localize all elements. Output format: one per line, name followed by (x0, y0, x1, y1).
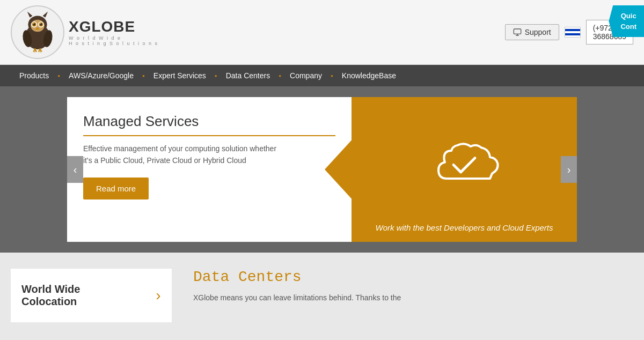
svg-point-8 (33, 23, 34, 24)
support-label: Support (525, 28, 551, 36)
svg-rect-22 (514, 29, 521, 34)
svg-marker-3 (43, 12, 48, 18)
cloud-icon-wrap (421, 134, 507, 200)
data-centers-description: XGlobe means you can leave limitations b… (193, 292, 633, 304)
nav-item-expert[interactable]: Expert Services (145, 65, 215, 86)
slider-section: ‹ Managed Services Effective management … (0, 86, 644, 253)
lower-section: World Wide Colocation › Data Centers XGl… (0, 253, 644, 338)
nav-item-company[interactable]: Company (281, 65, 331, 86)
read-more-button[interactable]: Read more (83, 178, 149, 199)
logo-brand: XGLOBE (69, 18, 158, 35)
header: XGLOBE W o r l d W i d e H o s t i n g S… (0, 0, 644, 65)
slider-container: Managed Services Effective management of… (67, 97, 577, 242)
logo-text: XGLOBE W o r l d W i d e H o s t i n g S… (69, 18, 158, 46)
svg-point-12 (40, 23, 41, 24)
logo-subtitle-line2: H o s t i n g S o l u t i o n s (69, 41, 158, 46)
colocation-title: World Wide Colocation (11, 269, 145, 322)
slider-tagline: Work with the best Developers and Cloud … (352, 223, 577, 232)
svg-marker-2 (27, 12, 33, 18)
logo-subtitle-line1: W o r l d W i d e (69, 35, 158, 41)
support-icon (513, 28, 522, 36)
logo-globe-text: GLOBE (79, 18, 136, 35)
nav-item-aws[interactable]: AWS/Azure/Google (60, 65, 142, 86)
data-centers-title: Data Centers (193, 269, 633, 285)
logo-x: X (69, 18, 79, 35)
data-centers-info: Data Centers XGlobe means you can leave … (193, 269, 633, 322)
nav-bar: Products ● AWS/Azure/Google ● Expert Ser… (0, 65, 644, 86)
logo-area: XGLOBE W o r l d W i d e H o s t i n g S… (11, 5, 158, 59)
slider-description: Effective management of your computing s… (83, 143, 287, 167)
colocation-arrow-button[interactable]: › (145, 269, 172, 322)
quick-contact-button[interactable]: Quic Cont (609, 5, 644, 37)
colocation-box: World Wide Colocation › (11, 269, 172, 322)
slider-prev-button[interactable]: ‹ (67, 156, 83, 183)
logo-circle (11, 5, 64, 59)
nav-item-kb[interactable]: KnowledgeBase (333, 65, 405, 86)
slider-left: Managed Services Effective management of… (67, 97, 352, 242)
slider-next-button[interactable]: › (561, 156, 577, 183)
quick-contact-line2: Cont (620, 21, 636, 32)
cloud-checkmark-icon (421, 134, 507, 198)
nav-item-products[interactable]: Products (11, 65, 57, 86)
slider-title: Managed Services (83, 113, 335, 136)
flag-icon (565, 27, 581, 38)
nav-item-datacenters[interactable]: Data Centers (217, 65, 279, 86)
support-button[interactable]: Support (505, 24, 559, 40)
owl-logo-icon (16, 11, 59, 54)
flag-area (565, 27, 581, 38)
quick-contact-line1: Quic (620, 11, 636, 21)
slider-right: Work with the best Developers and Cloud … (352, 97, 577, 242)
